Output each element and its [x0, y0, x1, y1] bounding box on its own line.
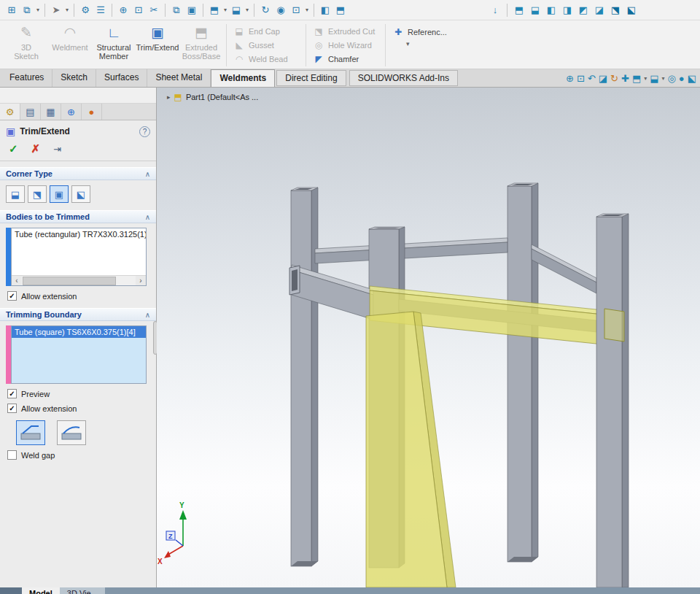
trimming-boundary-section-header[interactable]: Trimming Boundary ∧ [0, 308, 156, 321]
ok-button[interactable]: ✓ [9, 142, 18, 155]
wireframe-cube-icon[interactable]: ⬒ [333, 2, 348, 18]
rail-back[interactable] [315, 238, 508, 263]
chevron-down-icon[interactable]: ▾ [393, 40, 447, 47]
trim-extend-button[interactable]: ▣ Trim/Extend [136, 22, 179, 69]
view-back-icon[interactable]: ⬓ [528, 2, 542, 18]
pan-icon[interactable]: ✚ [621, 73, 629, 84]
capture-monitor-icon[interactable]: ⊡ [289, 2, 303, 18]
structural-member-button[interactable]: ∟ Structural Member [92, 22, 136, 69]
configurationmanager-tab[interactable]: ▤ [20, 104, 41, 120]
end-cap-button[interactable]: ⬓ End Cap [234, 25, 298, 37]
corner-end-butt1-button[interactable]: ▣ [50, 185, 69, 203]
edit-appearance-icon[interactable]: ● [679, 73, 685, 84]
shaded-cube-icon[interactable]: ◧ [318, 2, 332, 18]
cancel-button[interactable]: ✗ [31, 142, 41, 155]
view-top-icon[interactable]: ◩ [576, 2, 591, 18]
help-icon[interactable]: ? [139, 126, 150, 137]
arrange-down-icon[interactable]: ↓ [488, 2, 502, 18]
scroll-right-icon[interactable]: › [136, 276, 146, 285]
corner-end-trim-button[interactable]: ⬓ [6, 185, 25, 203]
corner-type-section-header[interactable]: Corner Type ∧ [0, 167, 156, 180]
collapse-chevron-icon[interactable]: ∧ [145, 311, 150, 319]
zoom-window-icon[interactable]: ⊡ [131, 2, 146, 18]
tab-sketch[interactable]: Sketch [52, 69, 96, 87]
hole-wizard-button[interactable]: ◎ Hole Wizard [314, 39, 378, 51]
zoom-fit-icon[interactable]: ⊕ [566, 73, 574, 84]
leg-front-right[interactable] [596, 214, 629, 587]
tab-solidworks-add-ins[interactable]: SOLIDWORKS Add-Ins [349, 70, 458, 86]
display-style-icon[interactable]: ⬓ [650, 73, 658, 84]
graphics-viewport[interactable]: ▸ ⬒ Part1 (Default<As ... [157, 88, 700, 587]
view-front-icon[interactable]: ⬒ [512, 2, 526, 18]
collapse-chevron-icon[interactable]: ∧ [145, 213, 150, 221]
rotate-view-icon[interactable]: ↻ [258, 2, 273, 18]
reference-geometry-button[interactable]: ✚ Referenc... [393, 25, 447, 39]
pin-button[interactable]: ⇥ [53, 144, 61, 155]
bodies-listbox[interactable]: Tube (rectangular) TR7X3X0.3125(1) ‹ › [11, 228, 147, 286]
trim-discard-style-button[interactable] [57, 420, 86, 445]
tab-3d-views[interactable]: 3D Vie... [60, 587, 105, 594]
section-view-icon[interactable]: ◪ [599, 73, 607, 84]
paste-icon[interactable]: ▣ [184, 2, 199, 18]
view-trimetric-icon[interactable]: ⬕ [624, 2, 639, 18]
tools-gear-icon[interactable]: ⚙ [78, 2, 93, 18]
hide-show-icon[interactable]: ◎ [668, 73, 676, 84]
horizontal-scrollbar[interactable]: ‹ › [12, 275, 146, 285]
preview-member-vertical[interactable] [366, 312, 456, 587]
tab-surfaces[interactable]: Surfaces [96, 69, 147, 87]
chevron-down-icon[interactable]: ▾ [304, 7, 310, 13]
view-orientation-icon[interactable]: ⬒ [207, 2, 222, 18]
display-style-icon[interactable]: ⬓ [229, 2, 244, 18]
view-isometric-icon[interactable]: ⬔ [608, 2, 623, 18]
tab-model[interactable]: Model [22, 587, 60, 594]
preview-checkbox[interactable]: ✓ [7, 389, 17, 398]
viewport-layout-icon[interactable]: ⧉ [20, 2, 34, 18]
allow-extension-checkbox[interactable]: ✓ [7, 404, 17, 413]
tab-features[interactable]: Features [1, 69, 52, 87]
leg-back-left[interactable] [291, 188, 318, 566]
scene-icon[interactable]: ⬕ [688, 73, 696, 84]
leg-back-right[interactable] [508, 183, 538, 562]
chevron-down-icon[interactable]: ▾ [35, 7, 41, 13]
chamfer-button[interactable]: ◤ Chamfer [314, 53, 378, 66]
select-arrow-icon[interactable]: ➤ [49, 2, 63, 18]
rail-right[interactable] [532, 244, 596, 293]
tab-weldments[interactable]: Weldments [211, 69, 275, 87]
list-item[interactable]: Tube (square) TS6X6X0.375(1)[4] [12, 326, 146, 338]
trim-keep-style-button[interactable] [16, 420, 45, 445]
displaymanager-tab[interactable]: ⊕ [61, 104, 82, 120]
part-title[interactable]: Part1 (Default<As ... [186, 93, 258, 101]
bodies-section-header[interactable]: Bodies to be Trimmed ∧ [0, 210, 156, 223]
weld-bead-button[interactable]: ◠ Weld Bead [234, 53, 298, 66]
appearance-sphere-icon[interactable]: ◉ [273, 2, 288, 18]
extruded-cut-button[interactable]: ⬔ Extruded Cut [314, 25, 378, 37]
view-right-icon[interactable]: ◨ [560, 2, 575, 18]
options-list-icon[interactable]: ☰ [93, 2, 108, 18]
corner-end-trim2-button[interactable]: ⬔ [28, 185, 47, 203]
status-icon-tab[interactable] [0, 587, 22, 594]
tree-expander-icon[interactable]: ▸ [167, 93, 171, 101]
dimxpertmanager-tab[interactable]: ▦ [41, 104, 61, 120]
scroll-left-icon[interactable]: ‹ [12, 276, 22, 285]
list-item[interactable]: Tube (rectangular) TR7X3X0.3125(1) [12, 228, 146, 240]
appearances-tab[interactable]: ● [82, 104, 102, 120]
chevron-down-icon[interactable]: ▾ [244, 7, 250, 13]
rotate-view-icon[interactable]: ↻ [610, 73, 618, 84]
weldment-model[interactable] [157, 88, 700, 587]
corner-end-butt2-button[interactable]: ⬕ [71, 185, 90, 203]
extruded-boss-base-button[interactable]: ⬒ Extruded Boss/Base [179, 22, 223, 69]
3d-sketch-button[interactable]: ✎ 3D Sketch [4, 22, 48, 69]
weldment-button[interactable]: ◠ Weldment [48, 22, 92, 69]
chevron-down-icon[interactable]: ▾ [222, 7, 228, 13]
propertymanager-tab[interactable]: ⚙ [0, 104, 20, 120]
zoom-area-icon[interactable]: ⊡ [577, 73, 585, 84]
view-bottom-icon[interactable]: ◪ [592, 2, 607, 18]
new-frame-icon[interactable]: ⊞ [4, 2, 19, 18]
tab-sheet-metal[interactable]: Sheet Metal [147, 69, 211, 87]
boundary-listbox[interactable]: Tube (square) TS6X6X0.375(1)[4] [11, 325, 147, 384]
trim-entities-icon[interactable]: ✂ [147, 2, 161, 18]
collapse-chevron-icon[interactable]: ∧ [145, 170, 150, 178]
chevron-down-icon[interactable]: ▾ [661, 75, 664, 82]
view-orientation-icon[interactable]: ⬒ [632, 73, 641, 84]
copy-entities-icon[interactable]: ⧉ [169, 2, 184, 18]
